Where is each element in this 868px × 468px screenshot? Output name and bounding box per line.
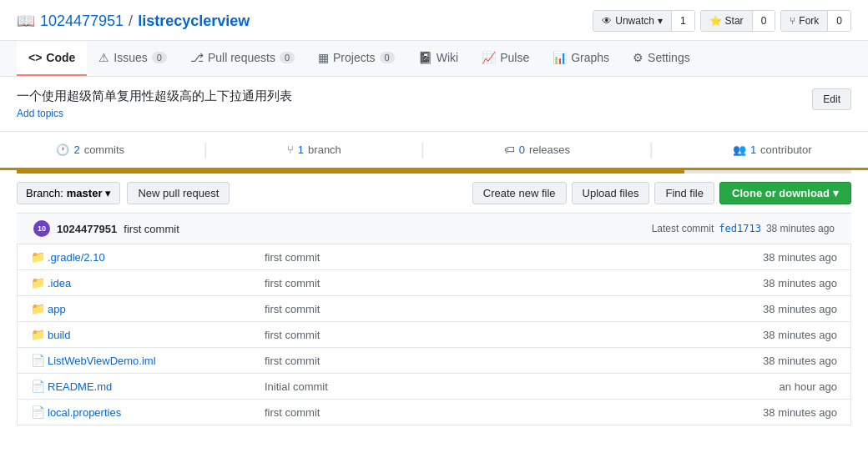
upload-files-button[interactable]: Upload files: [572, 182, 650, 204]
releases-stat: 🏷 0 releases: [504, 143, 570, 156]
tab-settings[interactable]: ⚙ Settings: [621, 41, 702, 76]
file-commit-message: first commit: [265, 277, 729, 289]
fork-group: ⑂ Fork 0: [780, 10, 851, 32]
branch-prefix: Branch:: [26, 187, 63, 199]
tab-pulse[interactable]: 📈 Pulse: [470, 41, 541, 76]
watch-count: 1: [671, 11, 694, 31]
repo-owner-link[interactable]: 1024477951: [40, 13, 124, 30]
branch-chevron-icon: ▾: [105, 187, 111, 199]
clone-arrow-icon: ▾: [833, 187, 839, 199]
releases-label: releases: [529, 143, 570, 156]
issues-badge: 0: [152, 52, 167, 63]
commit-hash-link[interactable]: fed1713: [719, 223, 761, 234]
star-icon: ⭐: [709, 15, 722, 27]
clone-download-button[interactable]: Clone or download ▾: [719, 182, 851, 204]
file-name-link[interactable]: .idea: [48, 277, 71, 289]
repo-name-link[interactable]: listrecyclerview: [138, 13, 250, 30]
issues-icon: ⚠: [98, 51, 109, 64]
file-list: 📁.gradle/2.10first commit38 minutes ago📁…: [17, 244, 851, 425]
folder-icon: 📁: [31, 302, 48, 315]
edit-button[interactable]: Edit: [812, 88, 851, 110]
file-time: 38 minutes ago: [729, 406, 837, 419]
table-row: 📁.ideafirst commit38 minutes ago: [18, 270, 850, 296]
toolbar-right: Create new file Upload files Find file C…: [472, 182, 851, 204]
tab-graphs[interactable]: 📊 Graphs: [541, 41, 621, 76]
tab-issues[interactable]: ⚠ Issues 0: [87, 41, 179, 76]
table-row: 📁appfirst commit38 minutes ago: [18, 296, 850, 322]
star-button[interactable]: ⭐ Star: [701, 11, 752, 31]
toolbar-left: Branch: master ▾ New pull request: [17, 182, 230, 204]
projects-badge: 0: [380, 52, 395, 63]
file-name-link[interactable]: build: [48, 329, 70, 341]
branches-count-link[interactable]: 1: [298, 143, 304, 156]
file-toolbar: Branch: master ▾ New pull request Create…: [0, 174, 868, 213]
file-time: an hour ago: [729, 380, 837, 393]
find-file-button[interactable]: Find file: [654, 182, 714, 204]
commits-icon: 🕐: [56, 143, 69, 156]
watch-arrow: ▾: [658, 15, 663, 27]
tab-code[interactable]: <> Code: [17, 41, 87, 76]
file-name-link[interactable]: local.properties: [48, 406, 121, 419]
table-row: 📄README.mdInitial commitan hour ago: [18, 374, 850, 400]
branch-selector[interactable]: Branch: master ▾: [17, 182, 120, 204]
commit-left: 10 1024477951 first commit: [33, 220, 179, 237]
tab-projects[interactable]: ▦ Projects 0: [306, 41, 406, 76]
title-separator: /: [129, 13, 133, 30]
folder-icon: 📁: [31, 328, 48, 341]
tag-icon: 🏷: [504, 143, 515, 156]
fork-count: 0: [827, 11, 850, 31]
commits-label: commits: [84, 143, 124, 156]
tab-pull-requests[interactable]: ⎇ Pull requests 0: [179, 41, 306, 76]
code-icon: <>: [28, 51, 42, 64]
folder-icon: 📁: [31, 250, 48, 264]
file-name-link[interactable]: README.md: [48, 380, 112, 393]
commits-stat: 🕐 2 commits: [56, 143, 124, 156]
pulse-icon: 📈: [482, 51, 496, 64]
branch-icon: ⑂: [287, 143, 294, 156]
fork-icon: ⑂: [790, 15, 795, 27]
branch-name: master: [67, 187, 103, 199]
tabs-bar: <> Code ⚠ Issues 0 ⎇ Pull requests 0 ▦ P…: [0, 41, 868, 77]
file-name-link[interactable]: app: [48, 303, 66, 315]
commits-count-link[interactable]: 2: [73, 143, 79, 156]
file-name-link[interactable]: ListWebViewDemo.iml: [48, 355, 156, 367]
contributors-icon: 👥: [733, 143, 746, 156]
file-name-link[interactable]: .gradle/2.10: [48, 251, 105, 264]
file-commit-message: first commit: [265, 251, 729, 264]
commit-author-link[interactable]: 1024477951: [57, 223, 117, 235]
book-icon: 📖: [17, 12, 35, 30]
contributors-stat: 👥 1 contributor: [733, 143, 812, 156]
file-commit-message: first commit: [265, 329, 729, 341]
watch-group: 👁 Unwatch ▾ 1: [593, 10, 694, 32]
eye-icon: 👁: [602, 15, 612, 27]
add-topics-link[interactable]: Add topics: [17, 108, 292, 119]
create-new-file-button[interactable]: Create new file: [472, 182, 567, 204]
projects-icon: ▦: [318, 51, 329, 64]
file-time: 38 minutes ago: [729, 251, 837, 264]
file-commit-message: first commit: [265, 303, 729, 315]
fork-button[interactable]: ⑂ Fork: [781, 11, 827, 31]
graphs-icon: 📊: [553, 51, 567, 64]
contributors-count-link[interactable]: 1: [750, 143, 756, 156]
wiki-icon: 📓: [418, 51, 432, 64]
branches-stat: ⑂ 1 branch: [287, 143, 341, 156]
repo-actions: 👁 Unwatch ▾ 1 ⭐ Star 0 ⑂ Fork 0: [593, 10, 851, 32]
table-row: 📁buildfirst commit38 minutes ago: [18, 322, 850, 348]
repo-header: 📖 1024477951 / listrecyclerview 👁 Unwatc…: [0, 0, 868, 41]
branches-label: branch: [308, 143, 341, 156]
file-commit-message: first commit: [265, 406, 729, 419]
file-time: 38 minutes ago: [729, 277, 837, 289]
watch-button[interactable]: 👁 Unwatch ▾: [593, 11, 671, 31]
file-time: 38 minutes ago: [729, 355, 837, 367]
file-commit-message: first commit: [265, 355, 729, 367]
table-row: 📄ListWebViewDemo.imlfirst commit38 minut…: [18, 348, 850, 374]
description-text: 一个使用超级简单复用性超级高的上下拉通用列表: [17, 88, 292, 104]
star-count: 0: [752, 11, 775, 31]
file-time: 38 minutes ago: [729, 329, 837, 341]
tab-wiki[interactable]: 📓 Wiki: [406, 41, 470, 76]
table-row: 📄local.propertiesfirst commit38 minutes …: [18, 400, 850, 425]
new-pr-button[interactable]: New pull request: [127, 182, 230, 204]
commit-right: Latest commit fed1713 38 minutes ago: [652, 223, 835, 234]
releases-count-link[interactable]: 0: [519, 143, 525, 156]
commit-info-row: 10 1024477951 first commit Latest commit…: [17, 213, 851, 244]
